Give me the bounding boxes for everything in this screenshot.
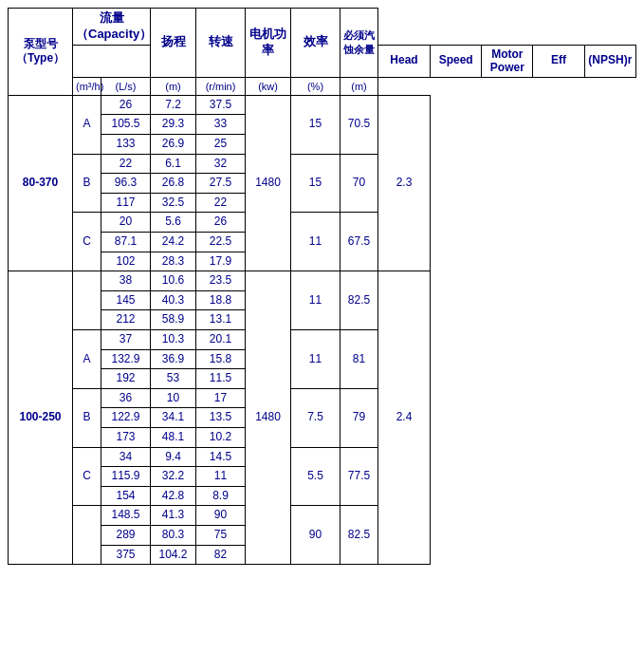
ls-val: 24.2: [151, 233, 196, 252]
m3h-val: 212: [101, 310, 151, 330]
ls-val: 28.3: [151, 252, 196, 271]
speed-label: Speed: [431, 45, 482, 77]
ls-val: 41.3: [151, 506, 196, 526]
m3h-val: 87.1: [101, 233, 151, 252]
m3h-val: 132.9: [101, 349, 151, 369]
power-label: MotorPower: [482, 45, 533, 77]
sub-A-1: A: [73, 95, 101, 154]
sub-B-1: B: [73, 154, 101, 213]
m3h-val: 154: [101, 486, 151, 506]
speed-1480-2: 1480: [246, 271, 291, 565]
sub-none-last: [73, 506, 101, 565]
eff-79: 79: [340, 388, 378, 447]
head-unit: (m): [151, 77, 196, 95]
eff-70: 70: [340, 154, 378, 213]
pump-type-80-370: 80-370: [9, 95, 73, 271]
header-row-units: (m³/h) (L/s) (m) (r/min) (kw) (%) (m): [9, 77, 636, 95]
table-row: B 36 10 17 7.5 79: [9, 388, 636, 408]
head-val: 22: [196, 193, 246, 213]
table-row: 148.5 41.3 90 90 82.5: [9, 506, 636, 526]
m3h-val: 133: [101, 135, 151, 155]
head-val: 33: [196, 115, 246, 135]
m3h-val: 375: [101, 545, 151, 565]
ls-val: 32.5: [151, 193, 196, 213]
cap-en: [73, 45, 151, 77]
head-val: 17.9: [196, 252, 246, 271]
power-5.5: 5.5: [291, 447, 340, 506]
ls-val: 104.2: [151, 545, 196, 565]
m3h-val: 36: [101, 388, 151, 408]
head-val: 75: [196, 525, 246, 545]
m3h-val: 20: [101, 213, 151, 233]
m3h-val: 289: [101, 525, 151, 545]
main-container: 泵型号（Type） 流量（Capacity） 扬程 转速 电机功率 效率 必须汽…: [0, 0, 644, 572]
ls-val: 7.2: [151, 95, 196, 115]
head-val: 23.5: [196, 271, 246, 291]
m3h-val: 26: [101, 95, 151, 115]
npsh-unit: (m): [340, 77, 378, 95]
eff-82.5-1: 82.5: [340, 271, 378, 330]
head-val: 13.1: [196, 310, 246, 330]
head-val: 37.5: [196, 95, 246, 115]
eff-67.5: 67.5: [340, 213, 378, 271]
head-val: 18.8: [196, 290, 246, 310]
ls-val: 32.2: [151, 467, 196, 487]
npsh-2.4: 2.4: [378, 271, 431, 565]
sub-A-2: A: [73, 329, 101, 388]
ls-val: 29.3: [151, 115, 196, 135]
m3h-val: 102: [101, 252, 151, 271]
ls-val: 34.1: [151, 408, 196, 428]
ls-val: 6.1: [151, 154, 196, 174]
m3h-val: 38: [101, 271, 151, 291]
m3h-val: 22: [101, 154, 151, 174]
npsh-label: (NPSH)r: [584, 45, 635, 77]
eff-70.5: 70.5: [340, 95, 378, 154]
ls-val: 80.3: [151, 525, 196, 545]
table-row: A 37 10.3 20.1 11 81: [9, 329, 636, 349]
m3h-val: 145: [101, 290, 151, 310]
header-row-1: 泵型号（Type） 流量（Capacity） 扬程 转速 电机功率 效率 必须汽…: [9, 9, 636, 46]
npsh-2.3: 2.3: [378, 95, 431, 271]
power-7.5: 7.5: [291, 388, 340, 447]
head-val: 22.5: [196, 233, 246, 252]
capacity-header: 流量（Capacity）: [73, 9, 151, 46]
speed-unit: (r/min): [196, 77, 246, 95]
power-header: 电机功率: [246, 9, 291, 78]
m3h-val: 96.3: [101, 174, 151, 194]
ls-val: 40.3: [151, 290, 196, 310]
sub-C-2: C: [73, 447, 101, 506]
eff-81: 81: [340, 329, 378, 388]
m3h-val: 122.9: [101, 408, 151, 428]
table-row: 80-370 A 26 7.2 37.5 1480 15 70.5 2.3: [9, 95, 636, 115]
power-11-1: 11: [291, 271, 340, 330]
power-15-a: 15: [291, 95, 340, 154]
head-val: 8.9: [196, 486, 246, 506]
eff-82.5-2: 82.5: [340, 506, 378, 565]
head-val: 32: [196, 154, 246, 174]
head-val: 26: [196, 213, 246, 233]
m3h-val: 148.5: [101, 506, 151, 526]
head-val: 10.2: [196, 427, 246, 447]
table-row: B 22 6.1 32 15 70: [9, 154, 636, 174]
m3h-val: 34: [101, 447, 151, 467]
type-header: 泵型号（Type）: [9, 9, 73, 96]
table-row: C 34 9.4 14.5 5.5 77.5: [9, 447, 636, 467]
ls-val: 26.8: [151, 174, 196, 194]
ls-val: 5.6: [151, 213, 196, 233]
ls-val: 58.9: [151, 310, 196, 330]
eff-label: Eff: [533, 45, 584, 77]
power-90: 90: [291, 506, 340, 565]
sub-none-1: [73, 271, 101, 330]
head-val: 27.5: [196, 174, 246, 194]
eff-unit: (%): [291, 77, 340, 95]
table-row: 100-250 38 10.6 23.5 1480 11 82.5 2.4: [9, 271, 636, 291]
speed-header: 转速: [196, 9, 246, 78]
ls-val: 36.9: [151, 349, 196, 369]
ls-val: 10.6: [151, 271, 196, 291]
head-val: 25: [196, 135, 246, 155]
ls-val: 42.8: [151, 486, 196, 506]
m3h-val: 173: [101, 427, 151, 447]
head-val: 82: [196, 545, 246, 565]
table-row: C 20 5.6 26 11 67.5: [9, 213, 636, 233]
head-val: 13.5: [196, 408, 246, 428]
